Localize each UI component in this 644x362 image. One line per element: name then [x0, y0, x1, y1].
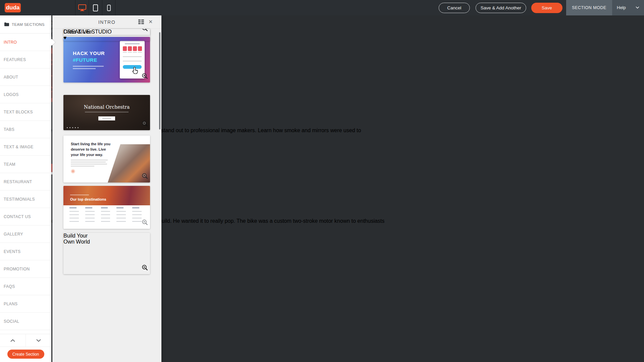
template-thumb-build-your-own-world[interactable]: Build Your Own World — [63, 233, 150, 274]
save-add-another-button[interactable]: Save & Add Another — [476, 3, 526, 13]
destination-columns — [69, 207, 144, 224]
intro-templates-panel: INTRO ✕ HACK YOUR #FUTURE — [52, 15, 161, 362]
thumb-photo — [63, 186, 150, 205]
sidebar-item-faqs[interactable]: FAQS — [0, 278, 51, 295]
scroll-up-button[interactable] — [0, 334, 26, 347]
thumb-title: Dana & Lee — [63, 29, 150, 35]
sidebar-item-intro[interactable]: INTRO — [0, 34, 51, 51]
thumb-title: #FUTURE — [73, 57, 97, 63]
create-section-button[interactable]: Create Section — [7, 350, 44, 359]
folder-icon — [4, 22, 9, 26]
template-thumb-national-orchestra[interactable]: National Orchestra — [63, 95, 150, 130]
zoom-preview-icon[interactable] — [142, 219, 148, 227]
duda-logo[interactable]: duda — [5, 3, 21, 12]
sections-sidebar: TEAM SECTIONS INTRO FEATURES ABOUT LOGOS… — [0, 15, 51, 362]
carousel-dots — [67, 127, 79, 128]
thumb-title: HACK YOUR — [73, 50, 105, 56]
template-thumb-dana-lee[interactable]: Dana & Lee ♥ — [63, 29, 150, 41]
close-icon[interactable]: ✕ — [148, 19, 153, 25]
sidebar-header: TEAM SECTIONS — [0, 15, 51, 34]
sidebar-item-plans[interactable]: PLANS — [0, 295, 51, 313]
sidebar-footer: Create Section — [0, 334, 51, 362]
accent-dot — [71, 169, 75, 173]
section-mode-badge: SECTION MODE — [566, 0, 612, 15]
tablet-view-button[interactable] — [89, 0, 102, 15]
panel-title: INTRO — [52, 15, 161, 29]
sidebar-item-about[interactable]: ABOUT — [0, 68, 51, 86]
help-label: Help — [617, 5, 626, 10]
mobile-view-button[interactable] — [102, 0, 115, 15]
chevron-down-icon — [36, 339, 41, 342]
sidebar-item-social[interactable]: SOCIAL — [0, 313, 51, 330]
zoom-preview-icon[interactable] — [142, 120, 148, 128]
heart-icon: ♥ — [63, 35, 150, 41]
sidebar-item-text-blocks[interactable]: TEXT BLOCKS — [0, 103, 51, 121]
duda-editor: io Listen Gallery Live Contact Portfolio… — [0, 0, 644, 362]
thumb-title: Our top destinations — [70, 197, 106, 201]
sidebar-item-testimonials[interactable]: TESTIMONIALS — [0, 191, 51, 208]
panel-scrollbar[interactable] — [159, 32, 160, 130]
grid-view-icon[interactable] — [138, 19, 144, 25]
template-thumb-hack-your-future[interactable]: HACK YOUR #FUTURE — [63, 37, 150, 83]
template-thumb-start-living[interactable]: Start living the life you deserve to liv… — [63, 136, 150, 183]
template-thumb-top-destinations[interactable]: Our top destinations — [63, 186, 150, 229]
desktop-view-button[interactable] — [75, 0, 89, 15]
chevron-up-icon — [10, 339, 15, 342]
sidebar-item-restaurant[interactable]: RESTAURANT — [0, 173, 51, 191]
sidebar-item-promotion[interactable]: PROMOTION — [0, 260, 51, 278]
thumb-title: Own World — [63, 239, 150, 245]
sidebar-item-logos[interactable]: LOGOS — [0, 86, 51, 103]
zoom-preview-icon[interactable] — [142, 73, 148, 81]
panel-header: INTRO ✕ — [52, 15, 161, 29]
scroll-down-button[interactable] — [26, 334, 51, 347]
thumb-title: Build Your — [63, 233, 150, 239]
hand-cursor-icon — [131, 66, 140, 77]
sidebar-item-features[interactable]: FEATURES — [0, 51, 51, 68]
zoom-preview-icon[interactable] — [142, 173, 148, 180]
sidebar-item-contact-us[interactable]: CONTACT US — [0, 208, 51, 225]
sidebar-item-text-image[interactable]: TEXT & IMAGE — [0, 138, 51, 156]
save-button[interactable]: Save — [531, 3, 562, 13]
sidebar-item-events[interactable]: EVENTS — [0, 243, 51, 260]
thumb-button — [98, 116, 115, 120]
zoom-preview-icon[interactable] — [142, 264, 148, 272]
device-switcher — [75, 0, 115, 15]
sidebar-item-tabs[interactable]: TABS — [0, 121, 51, 138]
thumb-title: Start living the life you deserve to liv… — [71, 142, 114, 158]
chevron-down-icon — [636, 6, 639, 9]
sidebar-item-gallery[interactable]: GALLERY — [0, 225, 51, 243]
editor-topbar: duda Cancel Save & Add Another Save SECT… — [0, 0, 644, 15]
thumb-title: National Orchestra — [63, 104, 150, 110]
sidebar-item-team[interactable]: TEAM — [0, 156, 51, 173]
help-menu[interactable]: Help — [612, 0, 644, 15]
cancel-button[interactable]: Cancel — [439, 3, 470, 13]
